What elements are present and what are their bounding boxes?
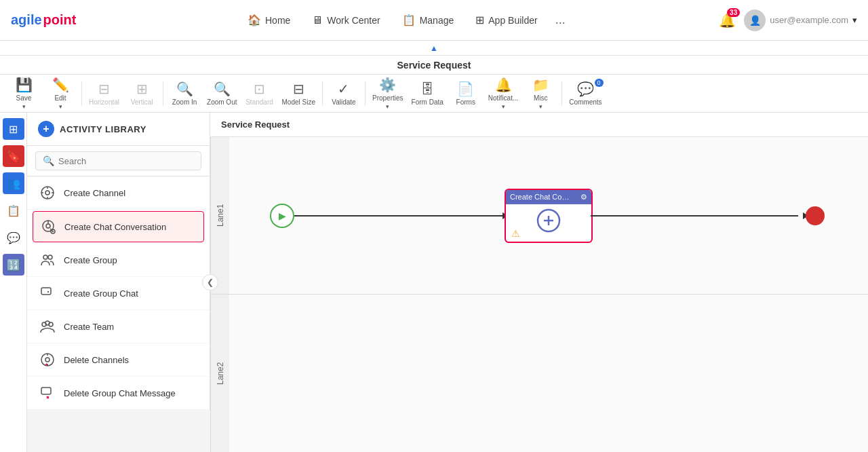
toolbar-save[interactable]: 💾 Save ▾ [5,76,42,111]
toolbar-validate[interactable]: ✓ Validate [326,76,362,111]
notification-badge: 33 [727,8,740,17]
activity-item-create-team[interactable]: Create Team [27,310,210,343]
toolbar-formdata-label: Form Data [412,98,443,106]
edit-arrow-icon: ▾ [59,103,62,110]
svg-point-1 [45,191,50,195]
toolbar-horizontal: ⊟ Horizontal [85,76,123,111]
toolbar-zoomout-label: Zoom Out [207,98,237,106]
nav-right: 🔔 33 👤 user@example.com ▾ [719,10,857,31]
toolbar-comments-label: Comments [569,98,601,106]
team-icon: 👥 [7,177,20,190]
toolbar-properties-label: Properties [372,94,403,102]
activity-item-create-channel[interactable]: Create Channel [27,176,210,210]
bookmark-icon: 🔖 [7,150,20,163]
flow-end-node[interactable] [806,206,825,225]
misc-arrow-icon: ▾ [539,103,542,110]
collapse-bar[interactable]: ▲ [0,41,868,56]
logo[interactable]: agilepoint [11,12,76,28]
toolbar-zoomout[interactable]: 🔍 Zoom Out [203,76,241,111]
toolbar-misc[interactable]: 📁 Misc ▾ [522,76,559,111]
toolbar-edit-label: Edit [54,94,66,102]
page-title: Service Request [397,60,471,71]
search-icon: 🔍 [43,155,54,166]
toolbar-separator-1 [81,81,82,106]
delete-channels-icon [38,350,57,369]
search-box: 🔍 [35,151,201,170]
top-navigation: agilepoint 🏠 Home 🖥 Work Center 📋 Manage… [0,0,868,41]
activity-panel-wrap: + ACTIVITY LIBRARY 🔍 [27,113,210,452]
activity-item-create-chat[interactable]: Create Chat Conversation [33,211,204,242]
nav-appbuilder[interactable]: ⊞ App Builder [466,8,547,32]
nav-items: 🏠 Home 🖥 Work Center 📋 Manage ⊞ App Buil… [95,8,713,32]
nav-workcenter[interactable]: 🖥 Work Center [302,9,389,32]
sidebar-process-button[interactable]: 📋 [3,200,24,221]
connector-start-to-node [294,215,509,216]
activity-panel: + ACTIVITY LIBRARY 🔍 [27,113,210,410]
svg-point-7 [46,224,50,228]
notif-icon: 🔔 [495,77,512,93]
collapse-up-icon: ▲ [430,43,438,53]
activity-item-create-group[interactable]: Create Group [27,244,210,277]
create-team-icon [38,317,57,336]
toolbar-notif[interactable]: 🔔 Notificat... ▾ [484,76,522,111]
svg-rect-15 [41,288,51,295]
toolbar-edit[interactable]: ✏️ Edit ▾ [42,76,79,111]
chevron-left-icon: ❮ [207,278,214,287]
notification-button[interactable]: 🔔 33 [719,12,736,29]
canvas-title: Service Request [221,119,290,130]
sidebar-bookmark-button[interactable]: 🔖 [3,145,24,167]
activity-add-button[interactable]: + [38,121,54,137]
process-icon: 📋 [7,204,20,217]
nav-manage[interactable]: 📋 Manage [393,8,464,32]
nav-manage-label: Manage [420,15,454,26]
toolbar-zoomin-label: Zoom In [172,98,197,106]
sidebar-apps-button[interactable]: ⊞ [3,118,24,140]
create-chat-label: Create Chat Conversation [64,222,166,232]
save-arrow-icon: ▾ [22,103,26,110]
toolbar-validate-label: Validate [332,98,355,106]
nav-more[interactable]: ... [550,10,571,30]
sidebar-chat-button[interactable]: 💬 [3,227,24,248]
toolbar-zoomin[interactable]: 🔍 Zoom In [166,76,203,111]
more-dots-label: ... [555,13,566,27]
flow-start-node[interactable]: ▶ [270,204,294,228]
nav-home[interactable]: 🏠 Home [238,8,300,32]
canvas-area: Service Request Lane1 ▶ [210,113,868,452]
toolbar-standard-label: Standard [245,98,273,106]
toolbar-comments[interactable]: 💬 Comments 0 [565,76,606,111]
lane-1: Lane1 ▶ Create Chat Conversa... ⚙ [210,137,868,295]
user-menu[interactable]: 👤 user@example.com ▾ [744,10,857,31]
apps-grid-icon: ⊞ [9,123,18,136]
edit-icon: ✏️ [52,77,69,93]
icon-sidebar: ⊞ 🔖 👥 📋 💬 🔢 [0,113,27,452]
create-channel-icon [38,183,57,202]
flow-node-body: ⚠ [506,204,591,242]
play-icon: ▶ [279,210,286,221]
chat-icon: 💬 [7,231,20,244]
activity-item-delete-group-chat[interactable]: Delete Group Chat Message [27,377,210,410]
toolbar-vertical: ⊞ Vertical [123,76,160,111]
flow-node-create-chat[interactable]: Create Chat Conversa... ⚙ [505,189,593,243]
avatar: 👤 [744,10,766,31]
toolbar-vertical-label: Vertical [131,98,153,106]
lane-1-content[interactable]: ▶ Create Chat Conversa... ⚙ [229,137,868,294]
svg-point-13 [43,255,47,259]
activity-item-delete-channels[interactable]: Delete Channels [27,343,210,377]
toolbar-forms[interactable]: 📄 Forms [448,76,484,111]
flow-node-header: Create Chat Conversa... ⚙ [506,190,591,204]
sidebar-team-button[interactable]: 👥 [3,172,24,194]
sidebar-form-button[interactable]: 🔢 [3,254,24,276]
validate-icon: ✓ [338,81,349,97]
search-input[interactable] [58,156,194,166]
toolbar-properties[interactable]: ⚙️ Properties ▾ [368,76,408,111]
toolbar-misc-label: Misc [534,94,548,102]
main-layout: ⊞ 🔖 👥 📋 💬 🔢 + ACTIVITY LIBRARY [0,113,868,452]
forms-icon: 📄 [457,81,474,97]
activity-item-create-group-chat[interactable]: Create Group Chat [27,277,210,310]
panel-collapse-button[interactable]: ❮ [202,274,218,290]
flow-node-gear-icon[interactable]: ⚙ [580,193,587,202]
svg-rect-27 [41,388,51,394]
lane-2-content[interactable] [229,295,868,452]
toolbar-formdata[interactable]: 🗄 Form Data [408,76,448,111]
toolbar-modelsize[interactable]: ⊟ Model Size [278,76,319,111]
